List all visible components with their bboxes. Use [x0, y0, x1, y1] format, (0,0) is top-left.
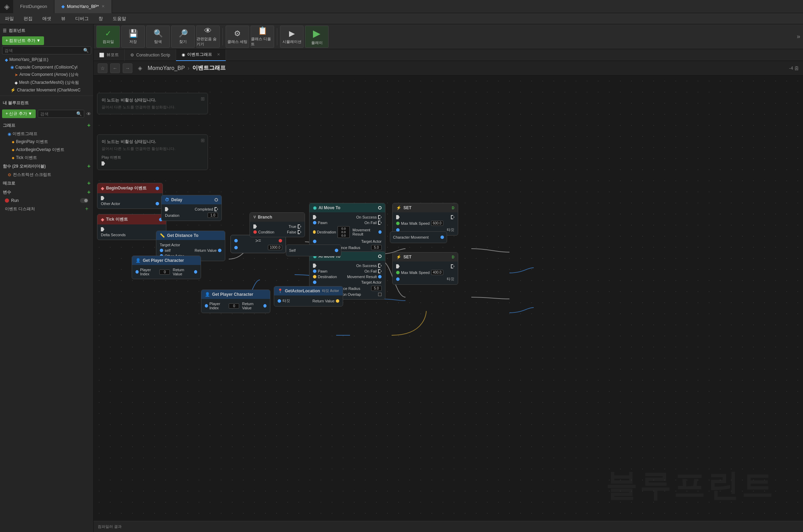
ai2-radius-value[interactable]: 5.0 [371, 286, 382, 291]
add-graph-btn[interactable]: + [87, 122, 90, 128]
forward-btn[interactable]: → [123, 63, 132, 73]
set2-speed-value[interactable]: 400.0 [431, 270, 443, 275]
inactive-node-2: ⊞ 이 노드는 비활성 상태입니다. 끌어서 다른 노드를 연결하면 활성화됩니… [97, 134, 208, 170]
get-actor-location-node[interactable]: 📍 GetActorLocation 타깃 Actor 타깃 Return Va… [274, 286, 343, 307]
menu-asset[interactable]: 애셋 [40, 14, 53, 23]
set1-in-exec [396, 215, 400, 219]
delay-node[interactable]: ⏱ Delay Completed Du [161, 195, 222, 221]
capsule-component[interactable]: ◉ Capsule Component (CollisionCyl [2, 64, 91, 71]
menu-debug[interactable]: 디버그 [73, 14, 91, 23]
set1-speed-value[interactable]: 600.0 [431, 221, 443, 226]
class-settings-btn[interactable]: ⚙ 클래스 세팅 [226, 26, 249, 48]
get-actor-loc-body: 타깃 Return Value [274, 295, 343, 306]
simulation-btn[interactable]: ▶ 시뮬레이션 [280, 26, 304, 48]
close-eventgraph-tab[interactable]: ✕ [217, 52, 220, 57]
ai2-stop-checkbox[interactable] [378, 293, 382, 296]
set2-exec-row [396, 264, 454, 269]
tab-viewport[interactable]: ⬜ 뷰포트 [94, 49, 125, 61]
add-macro-btn[interactable]: + [87, 180, 90, 186]
get-player-1-icon: 👤 [136, 258, 141, 263]
self-node[interactable]: Self [286, 245, 341, 256]
distance-self-pin [160, 249, 163, 252]
gpc2-return-label: Return Value [242, 302, 262, 310]
character-movement[interactable]: ⚡ Character Movement (CharMoveC [2, 87, 91, 94]
begin-overlap-node[interactable]: ◆ BeginOverlap 이벤트 Other Actor [97, 183, 163, 209]
compare-operator: >= [255, 238, 261, 243]
compile-btn[interactable]: ✓ 컴파일 [96, 26, 120, 48]
menu-view[interactable]: 뷰 [59, 14, 68, 23]
mesh-component[interactable]: ◆ Mesh (CharacterMesh0) (상속됨 [2, 79, 91, 87]
add-component-btn[interactable]: + 컴포넌트 추가 ▼ [2, 36, 44, 45]
tick-event-item[interactable]: ◆ Tick 이벤트 [2, 154, 91, 162]
tab-momoyaro[interactable]: ◆ MomoYaro_BP* ✕ [54, 0, 112, 13]
tab-firstdungeon[interactable]: FirstDungeon [13, 0, 54, 13]
char-movement-node[interactable]: Character Movement [390, 231, 447, 243]
zoom-indicator: -4 줌 [789, 65, 799, 71]
right-area: ✓ 컴파일 💾 저장 🔍 탐색 🔎 찾기 👁 관련없음 숨기기 ⚙ [94, 24, 803, 532]
tab-eventgraph[interactable]: ◉ 이벤트그래프 ✕ [176, 49, 226, 61]
hide-unused-btn[interactable]: 👁 관련없음 숨기기 [196, 26, 220, 48]
new-add-btn[interactable]: + 신규 추가 ▼ [2, 109, 36, 118]
gpc2-return-pin [263, 304, 267, 308]
gpc1-index-value[interactable]: 0 [159, 269, 170, 275]
compare-value-row: 1000.0 [234, 244, 282, 251]
compare-value[interactable]: 1000.0 [268, 245, 282, 250]
component-search-input[interactable] [5, 48, 83, 53]
ai1-radius-value[interactable]: 5.0 [371, 245, 382, 250]
begin-play-event[interactable]: ◆ BeginPlay 이벤트 [2, 138, 91, 146]
run-toggle[interactable] [80, 198, 88, 203]
ai1-pawn-pin [313, 221, 316, 224]
branch-node[interactable]: ⑂ Branch True [250, 212, 305, 237]
menu-help[interactable]: 도움말 [111, 14, 128, 23]
add-variable-btn[interactable]: + [87, 189, 90, 195]
get-player-char-1-node[interactable]: 👤 Get Player Character Player Index 0 Re… [132, 256, 201, 279]
tab-firstdungeon-label: FirstDungeon [20, 4, 47, 9]
components-icon: ☰ [3, 28, 7, 33]
bp-canvas[interactable]: ⊞ 이 노드는 비활성 상태입니다. 끌어서 다른 노드를 연결하면 활성화됩니… [94, 76, 803, 521]
construction-script-item[interactable]: ⚙ 컨스트럭션 스크립트 [2, 171, 91, 179]
arrow-component[interactable]: ➤ Arrow Component (Arrow) (상속 [2, 71, 91, 79]
menu-edit[interactable]: 편집 [21, 14, 35, 23]
duration-value[interactable]: 1.0 [208, 213, 218, 218]
run-variable-item[interactable]: Run [2, 197, 91, 204]
component-search-icon: 🔍 [83, 48, 89, 53]
ai1-target-label: Target Actor [361, 239, 382, 243]
add-dispatcher-btn[interactable]: + [85, 206, 88, 212]
event-graph-item[interactable]: ◉ 이벤트그래프 [2, 130, 91, 138]
menu-file[interactable]: 파일 [3, 14, 16, 23]
functions-label: 함수 (29 오버라이더블) [3, 163, 46, 169]
set-1-node[interactable]: ⚡ SET D Max Walk Speed [392, 203, 458, 236]
char-move-label: Character Movement (CharMoveC [17, 88, 80, 92]
play-btn[interactable]: ▶ 플레이 [305, 26, 329, 48]
menu-window[interactable]: 창 [96, 14, 105, 23]
gpc2-index-value[interactable]: 0 [229, 303, 239, 309]
find-btn[interactable]: 🔎 찾기 [171, 26, 195, 48]
ai1-pawn-label: Pawn [318, 221, 328, 225]
construction-icon: ⚙ [8, 172, 11, 177]
class-default-btn[interactable]: 📋 클래스 디폴트 [251, 26, 274, 48]
breadcrumb-bar: ☆ ← → ◈ MomoYaro_BP › 이벤트그래프 -4 줌 [94, 61, 803, 76]
self-item[interactable]: ◆ MomoYaro_BP(셀프) [2, 56, 91, 64]
save-btn[interactable]: 💾 저장 [121, 26, 145, 48]
compare-node[interactable]: >= 1000.0 [230, 235, 286, 253]
ai2-exec-row: On Success [313, 263, 382, 268]
back-btn[interactable]: ← [110, 63, 120, 73]
delay-completed-label: Completed [195, 207, 213, 211]
blueprint-search-input[interactable] [40, 112, 76, 116]
beginplay-diamond: ◆ [12, 140, 15, 144]
tab-construction[interactable]: ⚙ Construction Scrip [125, 49, 176, 61]
actor-begin-overlap-event[interactable]: ◆ ActorBeginOverlap 이벤트 [2, 146, 91, 154]
bookmark-btn[interactable]: ☆ [98, 63, 107, 73]
set-2-node[interactable]: ⚡ SET D Max Walk Speed [392, 252, 458, 285]
close-tab-btn[interactable]: ✕ [102, 4, 105, 9]
macros-category: 매크로 + [2, 179, 91, 188]
add-function-btn[interactable]: + [87, 163, 90, 169]
search-btn[interactable]: 🔍 탐색 [146, 26, 170, 48]
my-blueprints-title: 내 블루프린트 [3, 100, 90, 106]
get-player-char-2-node[interactable]: 👤 Get Player Character Player Index 0 Re… [201, 290, 270, 313]
toolbar-expand-btn[interactable]: » [797, 33, 800, 40]
construction-tab-icon: ⚙ [130, 53, 134, 57]
breadcrumb-bp[interactable]: MomoYaro_BP [148, 65, 185, 71]
eye-icon[interactable]: 👁 [86, 111, 91, 117]
self-pin-row: Self [289, 248, 338, 253]
